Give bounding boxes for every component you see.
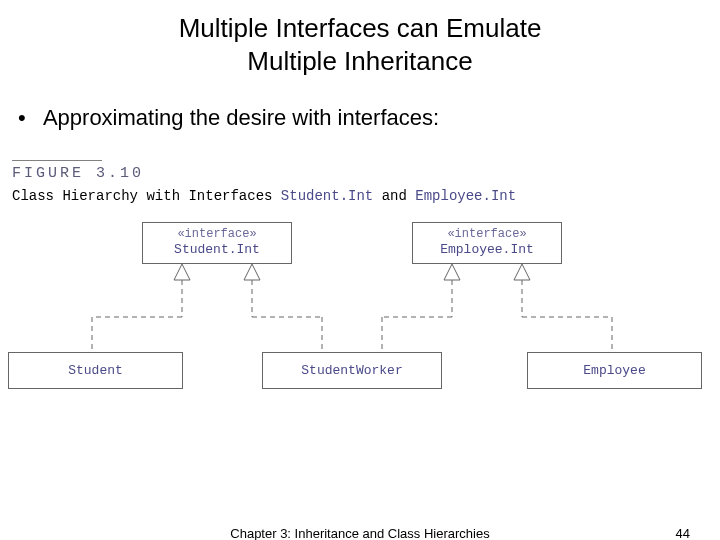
bullet-text: Approximating the desire with interfaces… [43,105,439,130]
title-line-1: Multiple Interfaces can Emulate [179,13,542,43]
stereotype-label: «interface» [149,227,285,242]
interface-box-employee: «interface» Employee.Int [412,222,562,264]
class-box-student: Student [8,352,183,389]
class-student-name: Student [68,363,123,378]
bullet-item: • Approximating the desire with interfac… [0,105,720,131]
interface-box-student: «interface» Student.Int [142,222,292,264]
stereotype-label: «interface» [419,227,555,242]
class-studentworker-name: StudentWorker [301,363,402,378]
figure-caption-prefix: Class Hierarchy with Interfaces [12,188,281,204]
figure-caption-mid: and [373,188,415,204]
title-line-2: Multiple Inheritance [247,46,472,76]
figure-caption-iface1: Student.Int [281,188,373,204]
svg-marker-1 [244,264,260,280]
figure-rule [12,160,102,161]
figure-caption-iface2: Employee.Int [415,188,516,204]
uml-diagram: «interface» Student.Int «interface» Empl… [12,222,692,402]
bullet-dot: • [18,105,38,131]
figure-block: FIGURE 3.10 Class Hierarchy with Interfa… [12,160,708,402]
svg-marker-3 [514,264,530,280]
slide-title: Multiple Interfaces can Emulate Multiple… [0,0,720,77]
interface-student-name: Student.Int [149,242,285,258]
class-box-studentworker: StudentWorker [262,352,442,389]
figure-label: FIGURE 3.10 [12,165,708,182]
class-box-employee: Employee [527,352,702,389]
footer-chapter: Chapter 3: Inheritance and Class Hierarc… [0,526,720,540]
footer-page-number: 44 [676,526,690,540]
class-employee-name: Employee [583,363,645,378]
svg-marker-0 [174,264,190,280]
interface-employee-name: Employee.Int [419,242,555,258]
svg-marker-2 [444,264,460,280]
figure-caption: Class Hierarchy with Interfaces Student.… [12,188,708,204]
